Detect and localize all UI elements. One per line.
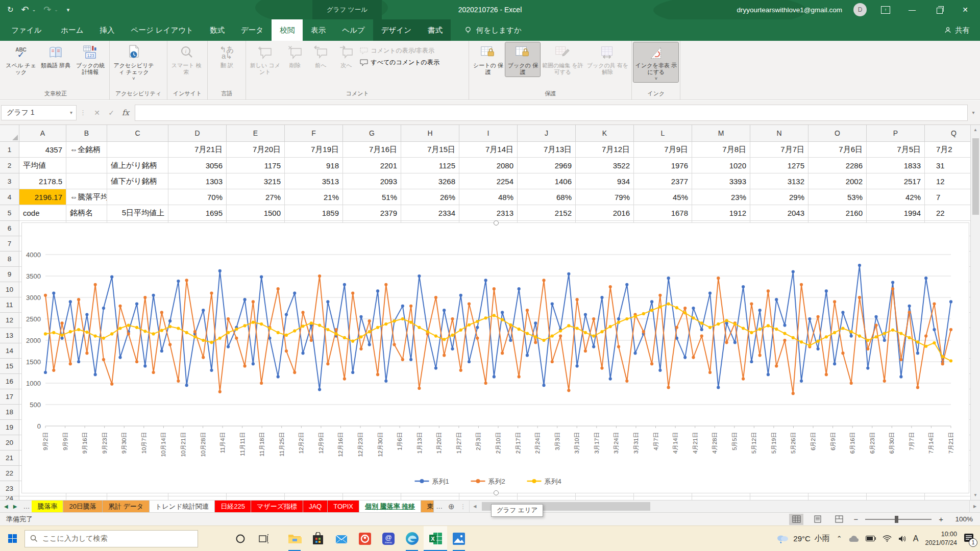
- grid-cell-F24[interactable]: [285, 496, 343, 500]
- grid-cell-K24[interactable]: [576, 496, 634, 500]
- grid-cell-A3[interactable]: 2178.5: [19, 173, 66, 189]
- grid-cell-N2[interactable]: 1275: [750, 158, 808, 173]
- grid-cell-O3[interactable]: 2002: [808, 173, 867, 189]
- grid-cell-J5[interactable]: 2152: [518, 205, 576, 221]
- tab-help[interactable]: ヘルプ: [334, 19, 373, 41]
- grid-cell-L1[interactable]: 7月9日: [634, 142, 692, 158]
- grid-cell-G4[interactable]: 51%: [343, 189, 401, 205]
- zoom-slider-thumb[interactable]: [895, 516, 898, 523]
- grid-cell-M4[interactable]: 23%: [692, 189, 750, 205]
- row-header-17[interactable]: 17: [0, 389, 19, 405]
- grid-cell-A24[interactable]: [19, 496, 66, 500]
- grid-cell-O1[interactable]: 7月6日: [808, 142, 867, 158]
- grid-cell-H3[interactable]: 3268: [401, 173, 459, 189]
- protect-workbook-button[interactable]: ブックの 保護: [505, 42, 540, 77]
- cortana-button[interactable]: [229, 526, 252, 551]
- battery-icon[interactable]: [866, 536, 876, 541]
- avatar[interactable]: D: [853, 3, 867, 16]
- ribbon-display-options-icon[interactable]: ↑: [878, 0, 893, 19]
- row-header-15[interactable]: 15: [0, 359, 19, 374]
- edge-button[interactable]: [400, 526, 424, 551]
- grid-cell-E1[interactable]: 7月20日: [227, 142, 285, 158]
- horizontal-scrollbar[interactable]: ◀ ▶: [469, 500, 980, 512]
- tab-page-layout[interactable]: ページ レイアウト: [123, 19, 202, 41]
- atmenu-app-button[interactable]: @menu: [377, 526, 400, 551]
- tab-data[interactable]: データ: [233, 19, 272, 41]
- grid-cell-M24[interactable]: [692, 496, 750, 500]
- grid-cell-J3[interactable]: 1406: [518, 173, 576, 189]
- legend-item[interactable]: 系列1: [432, 478, 449, 485]
- grid-cell-G1[interactable]: 7月16日: [343, 142, 401, 158]
- column-header-G[interactable]: G: [343, 125, 401, 142]
- grid-cell-N5[interactable]: 2043: [750, 205, 808, 221]
- grid-cell-K2[interactable]: 3522: [576, 158, 634, 173]
- grid-cell-K1[interactable]: 7月12日: [576, 142, 634, 158]
- grid-cell-O5[interactable]: 2160: [808, 205, 867, 221]
- grid-cell-D3[interactable]: 1303: [168, 173, 227, 189]
- grid-cell-N1[interactable]: 7月7日: [750, 142, 808, 158]
- grid-cell-B24[interactable]: [66, 496, 107, 500]
- file-explorer-button[interactable]: [283, 526, 306, 551]
- select-all-corner[interactable]: [0, 125, 19, 142]
- close-button[interactable]: ✕: [958, 0, 973, 19]
- column-header-P[interactable]: P: [867, 125, 925, 142]
- scroll-right-icon[interactable]: ▶: [969, 500, 980, 512]
- grid-cell-M2[interactable]: 1020: [692, 158, 750, 173]
- grid-cell-F5[interactable]: 1859: [285, 205, 343, 221]
- legend-item[interactable]: 系列4: [545, 478, 561, 485]
- sheet-tab-個別 騰落率 推移[interactable]: 個別 騰落率 推移: [359, 500, 421, 512]
- grid-cell-I2[interactable]: 2080: [459, 158, 518, 173]
- row-header-7[interactable]: 7: [0, 236, 19, 252]
- expand-formula-bar-icon[interactable]: ▾: [968, 110, 979, 115]
- zoom-out-icon[interactable]: −: [853, 515, 858, 523]
- grid-cell-L3[interactable]: 2377: [634, 173, 692, 189]
- grid-cell-C3[interactable]: 値下がり銘柄: [107, 173, 168, 189]
- task-view-button[interactable]: [252, 526, 276, 551]
- column-header-I[interactable]: I: [459, 125, 518, 142]
- mail-button[interactable]: [330, 526, 353, 551]
- sheet-nav-right-icon[interactable]: ▶: [13, 504, 17, 509]
- speaker-icon[interactable]: [898, 535, 906, 542]
- grid-cell-F3[interactable]: 3513: [285, 173, 343, 189]
- sheet-overflow-right[interactable]: …: [434, 500, 445, 512]
- grid-cell-I5[interactable]: 2313: [459, 205, 518, 221]
- chart-resize-handle-bottom[interactable]: [494, 490, 499, 495]
- grid-cell-B1[interactable]: ⇔全銘柄: [66, 142, 107, 158]
- restore-button[interactable]: [931, 0, 946, 19]
- protect-sheet-button[interactable]: シートの 保護: [471, 42, 505, 77]
- spelling-button[interactable]: ABC✓ スペル チェック: [4, 42, 38, 77]
- hide-ink-button[interactable]: インクを非表 示にする ˅: [633, 42, 678, 82]
- accessibility-check-button[interactable]: アクセシビリティ チェック ˅: [111, 42, 156, 82]
- ime-indicator[interactable]: A: [913, 534, 919, 543]
- column-header-E[interactable]: E: [227, 125, 285, 142]
- grid-cell-F4[interactable]: 21%: [285, 189, 343, 205]
- thesaurus-button[interactable]: 類義語 辞典: [38, 42, 73, 70]
- grid-cell-H24[interactable]: [401, 496, 459, 500]
- grid-cell-J4[interactable]: 68%: [518, 189, 576, 205]
- zoom-slider[interactable]: [865, 519, 932, 520]
- grid-cell-C24[interactable]: [107, 496, 168, 500]
- share-button[interactable]: 共有: [934, 19, 980, 41]
- sheet-nav-left-icon[interactable]: ◀: [4, 504, 8, 509]
- row-header-8[interactable]: 8: [0, 252, 19, 267]
- tab-insert[interactable]: 挿入: [92, 19, 123, 41]
- sheet-overflow-left[interactable]: …: [21, 500, 32, 512]
- grid-cell-E24[interactable]: [227, 496, 285, 500]
- row-header-14[interactable]: 14: [0, 343, 19, 359]
- insert-function-icon[interactable]: fx: [118, 105, 133, 120]
- grid-cell-P5[interactable]: 1994: [867, 205, 925, 221]
- column-header-H[interactable]: H: [401, 125, 459, 142]
- grid-cell-P24[interactable]: [867, 496, 925, 500]
- onedrive-icon[interactable]: [849, 535, 859, 542]
- grid-cell-C2[interactable]: 値上がり銘柄: [107, 158, 168, 173]
- grid-cell-H4[interactable]: 26%: [401, 189, 459, 205]
- grid-cell-H2[interactable]: 1125: [401, 158, 459, 173]
- notification-center-button[interactable]: 1: [964, 533, 974, 544]
- workbook-stats-button[interactable]: 123 ブックの統 計情報: [73, 42, 108, 77]
- start-button[interactable]: [0, 526, 24, 551]
- vertical-scrollbar[interactable]: ▲ ▼: [970, 125, 980, 500]
- page-layout-view-button[interactable]: [811, 514, 825, 525]
- grid-cell-O4[interactable]: 53%: [808, 189, 867, 205]
- grid-cell-K4[interactable]: 79%: [576, 189, 634, 205]
- tab-chart-design[interactable]: デザイン: [373, 19, 420, 41]
